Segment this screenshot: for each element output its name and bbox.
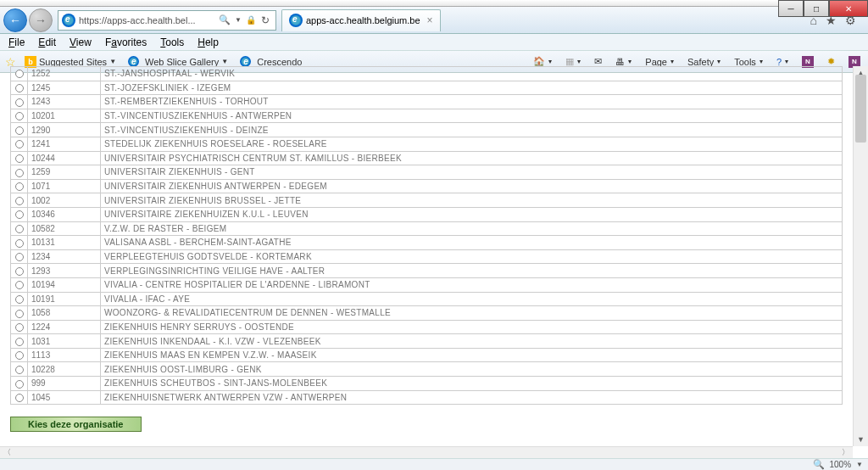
dropdown-icon: ▼ [221,58,228,65]
window-maximize-button[interactable]: □ [804,0,829,17]
table-row: 1071UNIVERSITAIR ZIEKENHUIS ANTWERPEN - … [11,179,843,193]
radio-button[interactable] [15,394,24,402]
search-icon[interactable]: 🔍 [219,14,231,25]
org-name-cell: ST.-VINCENTIUSZIEKENHUIS - ANTWERPEN [101,109,843,123]
help-icon: ? [776,57,782,67]
org-id-cell: 1243 [28,95,101,109]
radio-button[interactable] [15,154,24,163]
org-name-cell: UNIVERSITAIR ZIEKENHUIS BRUSSEL - JETTE [101,193,843,208]
tab-close-icon[interactable]: × [427,14,433,26]
radio-button[interactable] [15,182,24,191]
radio-button[interactable] [15,323,24,332]
table-row: 1290ST.-VINCENTIUSZIEKENHUIS - DEINZE [11,123,843,137]
forward-button[interactable]: → [29,8,53,32]
radio-button[interactable] [15,197,24,205]
radio-button[interactable] [15,112,24,120]
window-minimize-button[interactable]: ─ [778,0,804,17]
dropdown-icon[interactable]: ▼ [235,16,242,24]
radio-button[interactable] [15,338,24,346]
org-id-cell: 1245 [28,81,101,95]
org-id-cell: 1224 [28,320,101,334]
vertical-scrollbar[interactable]: ▲ ▼ [853,66,868,446]
org-id-cell: 10346 [28,207,101,221]
scroll-down-arrow-icon[interactable]: ▼ [854,433,868,446]
radio-button[interactable] [15,225,24,233]
table-row: 10346UNIVERSITAIRE ZIEKENHUIZEN K.U.L - … [11,207,843,221]
org-name-cell: ZIEKENHUIS MAAS EN KEMPEN V.Z.W. - MAASE… [101,348,843,362]
choose-organisation-button[interactable]: Kies deze organisatie [10,417,142,432]
org-id-cell: 10191 [28,292,101,306]
scroll-right-arrow-icon[interactable]: 〉 [842,447,849,458]
table-row: 1113ZIEKENHUIS MAAS EN KEMPEN V.Z.W. - M… [11,348,843,362]
scroll-left-arrow-icon[interactable]: 〈 [3,447,11,458]
back-button[interactable]: ← [3,8,27,32]
navigation-bar: ← → https://apps-acc.health.bel... 🔍 ▼ 🔒… [0,7,868,34]
url-text: https://apps-acc.health.bel... [79,15,196,25]
address-bar[interactable]: https://apps-acc.health.bel... 🔍 ▼ 🔒 ↻ [58,10,276,31]
radio-button[interactable] [15,169,24,177]
window-close-button[interactable]: ✕ [829,0,868,17]
org-name-cell: V.Z.W. DE RASTER - BEIGEM [101,221,843,236]
radio-button[interactable] [15,380,24,389]
menu-edit[interactable]: Edit [38,36,56,48]
table-row: 1245ST.-JOZEFSKLINIEK - IZEGEM [11,81,843,95]
org-id-cell: 1259 [28,165,101,180]
radio-button[interactable] [15,310,24,318]
org-name-cell: STEDELIJK ZIEKENHUIS ROESELARE - ROESELA… [101,137,843,151]
menu-help[interactable]: Help [198,36,219,48]
org-name-cell: UNIVERSITAIR ZIEKENHUIS - GENT [101,165,843,180]
table-row: 10191VIVALIA - IFAC - AYE [11,292,843,306]
horizontal-scrollbar[interactable]: 〈 〉 [0,446,853,458]
table-row: 1002UNIVERSITAIR ZIEKENHUIS BRUSSEL - JE… [11,193,843,208]
scrollbar-thumb[interactable] [855,75,866,143]
radio-button[interactable] [15,84,24,92]
menu-bar: File Edit View Favorites Tools Help [0,34,868,51]
table-row: 10201ST.-VINCENTIUSZIEKENHUIS - ANTWERPE… [11,109,843,123]
ie-icon [289,14,303,27]
org-id-cell: 1071 [28,179,101,193]
org-id-cell: 1252 [28,67,101,81]
org-id-cell: 1002 [28,193,101,208]
radio-button[interactable] [15,366,24,374]
table-row: 1058WOONZORG- & REVALIDATIECENTRUM DE DE… [11,306,843,321]
table-row: 10228ZIEKENHUIS OOST-LIMBURG - GENK [11,362,843,377]
radio-button[interactable] [15,253,24,261]
org-name-cell: ZIEKENHUIS OOST-LIMBURG - GENK [101,362,843,377]
radio-button[interactable] [15,98,24,107]
org-id-cell: 10194 [28,277,101,292]
org-name-cell: VERPLEEGTEHUIS GODTSVELDE - KORTEMARK [101,249,843,264]
radio-button[interactable] [15,267,24,276]
menu-tools[interactable]: Tools [160,36,184,48]
zoom-icon[interactable]: 🔍 [813,459,825,470]
radio-button[interactable] [15,351,24,360]
menu-favorites[interactable]: Favorites [105,36,147,48]
table-row: 10194VIVALIA - CENTRE HOSPITALIER DE L'A… [11,277,843,292]
org-id-cell: 1234 [28,249,101,264]
table-row: 1252ST.-JANSHOSPITAAL - WERVIK [11,67,843,81]
radio-button[interactable] [15,210,24,219]
org-name-cell: UNIVERSITAIR PSYCHIATRISCH CENTRUM ST. K… [101,151,843,165]
radio-button[interactable] [15,239,24,248]
browser-tab[interactable]: apps-acc.health.belgium.be × [281,9,441,31]
radio-button[interactable] [15,140,24,148]
org-id-cell: 1045 [28,390,101,405]
tab-title: apps-acc.health.belgium.be [306,15,420,25]
org-name-cell: VERPLEGINGSINRICHTING VEILIGE HAVE - AAL… [101,264,843,278]
table-row: 1243ST.-REMBERTZIEKENHUIS - TORHOUT [11,95,843,109]
refresh-icon[interactable]: ↻ [261,14,270,26]
radio-button[interactable] [15,70,24,78]
radio-button[interactable] [15,126,24,135]
org-id-cell: 10228 [28,362,101,377]
org-id-cell: 10582 [28,221,101,236]
org-name-cell: ST.-JANSHOSPITAAL - WERVIK [101,67,843,81]
zoom-dropdown-icon[interactable]: ▼ [856,461,863,468]
table-row: 1259UNIVERSITAIR ZIEKENHUIS - GENT [11,165,843,180]
org-name-cell: UNIVERSITAIR ZIEKENHUIS ANTWERPEN - EDEG… [101,179,843,193]
menu-file[interactable]: File [8,36,25,48]
radio-button[interactable] [15,295,24,304]
radio-button[interactable] [15,281,24,289]
menu-view[interactable]: View [70,36,92,48]
status-bar: 🔍 100% ▼ [0,458,868,470]
org-id-cell: 1031 [28,334,101,349]
org-name-cell: ZIEKENHUIS INKENDAAL - K.I. VZW - VLEZEN… [101,334,843,349]
